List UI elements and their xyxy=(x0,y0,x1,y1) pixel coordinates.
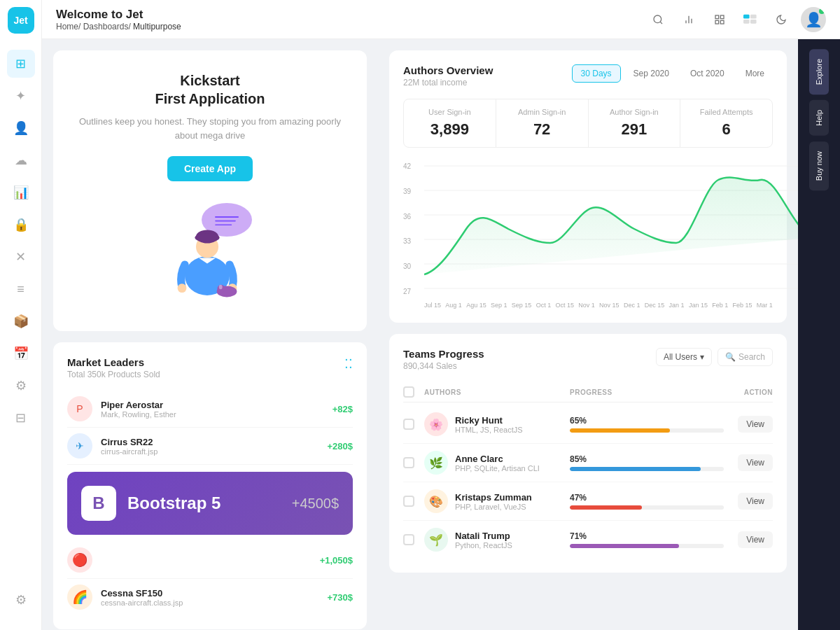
name-natali: Natali Trump xyxy=(455,531,512,541)
name-kristaps: Kristaps Zumman xyxy=(455,492,532,503)
authors-header: Authors Overview 22M total income 30 Day… xyxy=(403,64,773,88)
market-sub-piper: Mark, Rowling, Esther xyxy=(101,410,332,419)
tab-30days[interactable]: 30 Days xyxy=(572,64,621,83)
xlabel-nov1: Nov 1 xyxy=(578,302,595,309)
view-button-anne[interactable]: View xyxy=(738,454,773,471)
package-icon: 📦 xyxy=(13,314,29,329)
grid-icon[interactable] xyxy=(739,8,762,31)
market-info-cessna: Cessna SF150 cessna-aircraft.class.jsp xyxy=(101,588,327,607)
breadcrumb: Home/ Dashboards/ Multipurpose xyxy=(56,22,640,31)
sidebar-item-packages[interactable]: 📦 xyxy=(7,307,35,335)
buy-now-button[interactable]: Buy now xyxy=(809,141,829,190)
explore-button[interactable]: Explore xyxy=(809,49,829,94)
market-leaders-card: Market Leaders Total 350k Products Sold … xyxy=(53,342,367,629)
teams-title: Teams Progress xyxy=(403,348,484,360)
svg-rect-1 xyxy=(715,15,719,19)
checkbox-anne[interactable] xyxy=(403,457,414,468)
xlabel-agu15: Agu 15 xyxy=(466,302,486,309)
market-value-cessna: +730$ xyxy=(327,592,353,603)
sidebar-item-users[interactable]: 👤 xyxy=(7,114,35,142)
avatar-anne: 🌿 xyxy=(424,451,448,475)
kickstart-title: KickstartFirst Application xyxy=(67,71,353,108)
stat-label-user: User Sign-in xyxy=(415,108,484,116)
authors-subtitle: 22M total income xyxy=(403,78,493,88)
svg-point-17 xyxy=(178,284,187,293)
xlabel-aug1: Aug 1 xyxy=(445,302,462,309)
teams-subtitle: 890,344 Sales xyxy=(403,361,484,371)
tab-sep2020[interactable]: Sep 2020 xyxy=(625,65,678,82)
close-icon: ✕ xyxy=(15,249,26,265)
topbar-actions: 👤 xyxy=(647,7,826,32)
market-more-icon[interactable]: ⁚⁚ xyxy=(344,356,353,372)
sidebar-item-security[interactable]: 🔒 xyxy=(7,211,35,239)
market-name-piper: Piper Aerostar xyxy=(101,400,332,410)
view-button-kristaps[interactable]: View xyxy=(738,493,773,510)
progress-bar-anne xyxy=(570,467,701,471)
checkbox-kristaps[interactable] xyxy=(403,496,414,507)
tab-oct2020[interactable]: Oct 2020 xyxy=(682,65,733,82)
header-checkbox[interactable] xyxy=(403,386,414,398)
ylabel-42: 42 xyxy=(403,162,411,170)
sidebar-item-charts[interactable]: 📊 xyxy=(7,178,35,206)
right-panel: Authors Overview 22M total income 30 Day… xyxy=(378,39,798,630)
progress-ricky: 65% xyxy=(570,416,724,433)
sidebar-item-layers[interactable]: ⚙ xyxy=(7,372,35,400)
market-info-cirrus: Cirrus SR22 cirrus-aircraft.jsp xyxy=(101,437,327,456)
sidebar-settings[interactable]: ⚙ xyxy=(7,586,35,614)
view-button-ricky[interactable]: View xyxy=(738,416,773,433)
sidebar-item-menu[interactable]: ≡ xyxy=(7,275,35,303)
sidebar-item-close[interactable]: ✕ xyxy=(7,243,35,271)
app-logo[interactable]: Jet xyxy=(8,7,34,34)
chart-yaxis: 42 39 36 33 30 27 xyxy=(403,159,411,299)
analytics-icon[interactable] xyxy=(678,8,700,31)
period-tabs: 30 Days Sep 2020 Oct 2020 More xyxy=(572,64,773,83)
view-button-natali[interactable]: View xyxy=(738,531,773,548)
dark-mode-icon[interactable] xyxy=(770,8,792,31)
create-app-button[interactable]: Create App xyxy=(167,156,253,181)
sidebar-item-calendar[interactable]: 📅 xyxy=(7,340,35,368)
stat-user-signin: User Sign-in 3,899 xyxy=(404,99,496,147)
users-icon: 👤 xyxy=(13,120,29,136)
ylabel-33: 33 xyxy=(403,237,411,245)
teams-progress-card: Teams Progress 890,344 Sales All Users ▾… xyxy=(389,334,787,573)
market-value-piper: +82$ xyxy=(332,404,353,414)
sidebar-item-cloud[interactable]: ☁ xyxy=(7,146,35,174)
skills-anne: PHP, SQLite, Artisan CLI xyxy=(455,464,540,472)
search-placeholder-text: Search xyxy=(738,352,765,362)
th-authors: AUTHORS xyxy=(424,388,570,396)
sidebar-item-components[interactable]: ✦ xyxy=(7,82,35,110)
teams-header: Teams Progress 890,344 Sales All Users ▾… xyxy=(403,348,773,371)
skills-natali: Python, ReactJS xyxy=(455,541,512,550)
breadcrumb-home[interactable]: Home/ xyxy=(56,22,80,31)
search-icon[interactable] xyxy=(647,8,669,31)
market-logo-cessna: 🌈 xyxy=(67,584,92,610)
stat-value-user: 3,899 xyxy=(415,120,484,139)
team-info-anne: 🌿 Anne Clarc PHP, SQLite, Artisan CLI xyxy=(424,451,570,475)
user-avatar[interactable]: 👤 xyxy=(801,7,826,32)
team-row-natali: 🌱 Natali Trump Python, ReactJS 71% V xyxy=(403,521,773,559)
sidebar-item-layout[interactable]: ⊟ xyxy=(7,404,35,432)
svg-point-21 xyxy=(219,285,223,289)
progress-bar-bg-natali xyxy=(570,544,724,548)
market-name-cessna: Cessna SF150 xyxy=(101,588,327,598)
market-item: P Piper Aerostar Mark, Rowling, Esther +… xyxy=(67,391,353,428)
breadcrumb-dashboards[interactable]: Dashboards/ xyxy=(83,22,131,31)
skills-ricky: HTML, JS, ReactJS xyxy=(455,426,523,434)
teams-search[interactable]: 🔍 Search xyxy=(718,348,773,366)
checkbox-ricky[interactable] xyxy=(403,419,414,430)
market-logo-4: 🔴 xyxy=(67,547,92,573)
progress-bar-natali xyxy=(570,544,679,548)
market-sub-cessna: cessna-aircraft.class.jsp xyxy=(101,598,327,607)
calendar-icon: 📅 xyxy=(13,346,29,361)
progress-bar-kristaps xyxy=(570,505,642,510)
stat-failed-attempts: Failed Attempts 6 xyxy=(680,99,772,147)
teams-user-filter[interactable]: All Users ▾ xyxy=(656,348,712,366)
tab-more[interactable]: More xyxy=(737,65,773,82)
apps-icon[interactable] xyxy=(708,8,731,31)
action-natali: View xyxy=(724,531,773,548)
help-button[interactable]: Help xyxy=(809,100,829,136)
sidebar-item-dashboard[interactable]: ⊞ xyxy=(7,50,35,78)
checkbox-natali[interactable] xyxy=(403,534,414,545)
name-anne: Anne Clarc xyxy=(455,454,540,464)
action-anne: View xyxy=(724,454,773,471)
